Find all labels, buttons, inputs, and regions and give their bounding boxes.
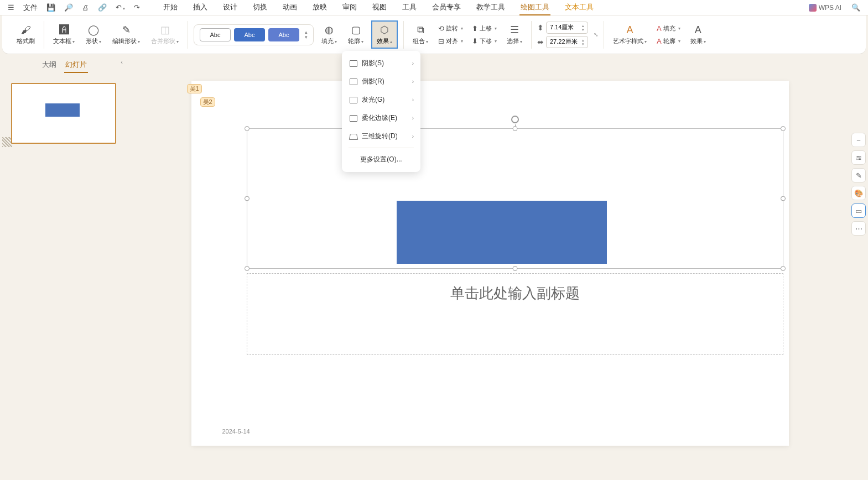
art-style-button[interactable]: A艺术字样式▾	[610, 22, 650, 48]
shapes-button[interactable]: ◯形状▾	[82, 22, 105, 48]
align-button[interactable]: ⊟对齐▾	[436, 36, 465, 46]
style-swatch-3[interactable]: Abc	[268, 28, 299, 41]
menubar: ☰ 文件 💾 🔎 🖨 🔗 ↶▾ ↷ 开始 插入 设计 切换 动画 放映 审阅 视…	[0, 0, 868, 15]
tab-review[interactable]: 审阅	[341, 0, 358, 15]
spinner-icon[interactable]: ▴▾	[582, 38, 584, 46]
resize-handle[interactable]	[245, 126, 250, 131]
pencil-button[interactable]: ✎	[851, 168, 866, 182]
style-swatch-2[interactable]: Abc	[234, 28, 265, 41]
tab-design[interactable]: 设计	[222, 0, 238, 15]
tab-outline[interactable]: 大纲	[41, 58, 58, 73]
outline-button[interactable]: ▢轮廓▾	[345, 22, 367, 48]
tab-animation[interactable]: 动画	[282, 0, 298, 15]
fill-button[interactable]: ◍填充▾	[318, 22, 340, 48]
slide-thumbnail-1[interactable]	[11, 83, 116, 144]
wps-ai-button[interactable]: WPS AI	[804, 4, 846, 12]
more-button[interactable]: ⋯	[851, 221, 866, 236]
resize-handle[interactable]	[245, 196, 250, 201]
comment-marker-2[interactable]: 吴2	[200, 97, 215, 107]
format-painter-button[interactable]: 🖌格式刷	[13, 22, 38, 48]
outline-label: 轮廓▾	[348, 37, 363, 45]
fill-label: 填充▾	[321, 37, 337, 45]
menu-soft-edge[interactable]: 柔化边缘(E)›	[342, 109, 420, 127]
file-menu[interactable]: 文件	[20, 3, 41, 13]
blue-rectangle-shape[interactable]	[397, 201, 607, 264]
palette-button[interactable]: 🎨	[851, 186, 866, 200]
width-input[interactable]: 27.22厘米▴▾	[546, 36, 588, 48]
right-toolbar: − ≋ ✎ 🎨 ▭ ⋯	[851, 133, 866, 236]
tab-insert[interactable]: 插入	[192, 0, 209, 15]
save-icon[interactable]: 💾	[43, 1, 59, 14]
text-fill-button[interactable]: A填充▾	[654, 23, 683, 34]
zoom-out-button[interactable]: −	[851, 133, 866, 147]
undo-icon[interactable]: ↶▾	[112, 1, 128, 14]
rotate-handle[interactable]	[511, 116, 519, 123]
search-icon[interactable]: 🔍	[848, 1, 864, 14]
resize-handle[interactable]	[781, 126, 786, 131]
width-value: 27.22厘米	[550, 38, 578, 46]
shape-style-gallery[interactable]: Abc Abc Abc ▴▾	[194, 24, 314, 45]
tab-teaching[interactable]: 教学工具	[475, 0, 506, 15]
menu-more-settings[interactable]: 更多设置(O)...	[342, 150, 420, 169]
shapes-icon: ◯	[88, 24, 99, 36]
height-input[interactable]: 7.14厘米▴▾	[546, 22, 588, 34]
comment-marker-1[interactable]: 吴1	[187, 84, 202, 93]
menu-shadow[interactable]: 阴影(S)›	[342, 54, 420, 72]
print-preview-icon[interactable]: 🔎	[61, 1, 76, 14]
subtitle-placeholder[interactable]: 单击此处输入副标题	[247, 273, 783, 355]
select-button[interactable]: ☰选择▾	[503, 22, 526, 48]
tab-tools[interactable]: 工具	[401, 0, 418, 15]
menu-rotate3d[interactable]: 三维旋转(D)›	[342, 127, 420, 145]
edit-shape-button[interactable]: ✎编辑形状▾	[109, 22, 143, 48]
tab-view[interactable]: 视图	[371, 0, 388, 15]
menu-glow[interactable]: 发光(G)›	[342, 91, 420, 109]
height-icon: ⬍	[537, 23, 544, 32]
print-icon[interactable]: 🖨	[79, 1, 92, 14]
wps-ai-label: WPS AI	[819, 4, 841, 12]
textbox-icon: 🅰	[59, 24, 69, 36]
text-outline-button[interactable]: A轮廓▾	[654, 36, 683, 46]
height-input-group: ⬍ 7.14厘米▴▾	[537, 22, 588, 34]
menu-reflection[interactable]: 倒影(R)›	[342, 72, 420, 91]
tab-slides[interactable]: 幻灯片	[64, 58, 88, 73]
move-down-button[interactable]: ⬇下移▾	[470, 36, 499, 46]
tab-start[interactable]: 开始	[162, 0, 179, 15]
tab-slideshow[interactable]: 放映	[311, 0, 328, 15]
collapse-icon[interactable]: ‹	[121, 59, 123, 65]
resize-handle[interactable]	[512, 266, 517, 271]
menu-icon[interactable]: ☰	[4, 1, 18, 14]
edit-shape-icon: ✎	[122, 24, 131, 36]
resize-handle[interactable]	[781, 196, 786, 201]
tab-drawing-tools[interactable]: 绘图工具	[519, 0, 550, 15]
tab-vip[interactable]: 会员专享	[431, 0, 462, 15]
slide-canvas[interactable]: 吴1 吴2 单击此处输入副标题 2024-5-14	[191, 81, 789, 446]
resize-handle[interactable]	[245, 266, 250, 271]
up-icon: ⬆	[472, 24, 478, 33]
brush-icon: 🖌	[21, 24, 31, 36]
textbox-button[interactable]: 🅰文本框▾	[50, 22, 78, 48]
effect-button[interactable]: ⬡效果▴	[371, 20, 398, 49]
tab-transition[interactable]: 切换	[252, 0, 268, 15]
resize-handle[interactable]	[512, 126, 517, 131]
style-swatch-1[interactable]: Abc	[200, 28, 231, 41]
tab-text-tools[interactable]: 文本工具	[564, 0, 595, 15]
text-effect-icon: A	[695, 24, 701, 36]
share-icon[interactable]: 🔗	[95, 1, 110, 14]
move-up-button[interactable]: ⬆上移▾	[470, 23, 499, 34]
group-button[interactable]: ⧉组合▾	[409, 22, 432, 48]
down-icon: ⬇	[472, 37, 478, 45]
resize-handle[interactable]	[781, 266, 786, 271]
title-placeholder[interactable]	[247, 128, 783, 269]
layers-button[interactable]: ≋	[851, 150, 866, 165]
group-label: 组合▾	[413, 37, 428, 45]
text-effect-button[interactable]: A效果▾	[687, 22, 709, 48]
display-button[interactable]: ▭	[851, 204, 866, 218]
size-dialog-launcher[interactable]: ⤡	[594, 32, 598, 38]
effect-dropdown-menu: 阴影(S)› 倒影(R)› 发光(G)› 柔化边缘(E)› 三维旋转(D)› 更…	[342, 51, 420, 172]
gallery-more-icon[interactable]: ▴▾	[303, 30, 308, 40]
spinner-icon[interactable]: ▴▾	[582, 24, 584, 32]
chevron-right-icon: ›	[412, 133, 414, 139]
ribbon: 🖌格式刷 🅰文本框▾ ◯形状▾ ✎编辑形状▾ ◫合并形状▾ Abc Abc Ab…	[2, 15, 866, 54]
rotate-button[interactable]: ⟲旋转▾	[436, 23, 465, 34]
redo-icon[interactable]: ↷	[131, 1, 143, 14]
